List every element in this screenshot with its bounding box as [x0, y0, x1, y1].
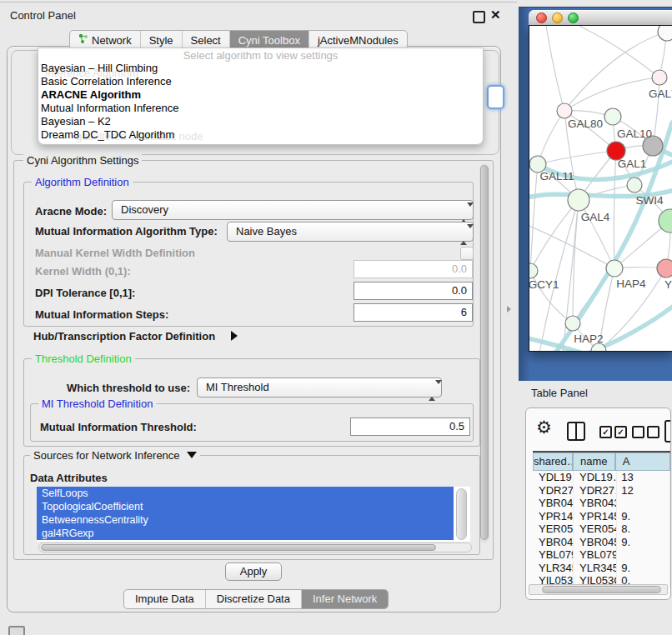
edge[interactable]	[538, 151, 616, 164]
which-threshold-combo[interactable]: MI Threshold	[197, 378, 442, 398]
node-label-gal7: GAL7	[649, 88, 672, 100]
column-header-2[interactable]: name	[573, 452, 615, 471]
table-cell: 9.	[617, 536, 670, 549]
unchecked-box-icon[interactable]	[632, 426, 644, 438]
tab-jactivemnodules[interactable]: jActiveMNodules	[308, 31, 407, 49]
unchecked-box-icon[interactable]	[647, 426, 659, 438]
hub-definition-label[interactable]: Hub/Transcription Factor Definition	[33, 330, 215, 342]
node-node-top[interactable]	[658, 26, 672, 41]
node-label-salmon-node: Y	[664, 278, 672, 291]
table-row[interactable]: YDL19…YDL19…13	[533, 471, 670, 484]
node-hap2[interactable]	[565, 316, 580, 331]
kernel-width-label: Kernel Width (0,1):	[35, 265, 131, 278]
settings-scrollbar-thumb[interactable]	[480, 165, 489, 540]
checked-box-icon[interactable]: ✓	[599, 426, 612, 438]
tab-style[interactable]: Style	[140, 31, 182, 49]
close-icon[interactable]: ✕	[490, 8, 501, 22]
node-salmon-node[interactable]	[657, 259, 672, 278]
edge[interactable]	[538, 111, 564, 164]
expand-arrow-icon[interactable]	[231, 331, 238, 341]
attributes-horizontal-scrollbar[interactable]	[38, 542, 472, 552]
minimize-traffic-light[interactable]	[552, 12, 563, 23]
tab-impute-data[interactable]: Impute Data	[124, 590, 205, 608]
manual-kernel-label: Manual Kernel Width Definition	[35, 247, 195, 259]
node-gcy1[interactable]	[529, 263, 538, 278]
table-row[interactable]: YDR27…YDR27…12	[533, 484, 670, 498]
which-threshold-label: Which threshold to use:	[67, 382, 190, 394]
table-row[interactable]: YBR043CYBR043C	[533, 497, 670, 510]
node-hap4[interactable]	[606, 260, 623, 277]
attribute-item-betweennesscentrality[interactable]: BetweennessCentrality	[37, 513, 454, 527]
sources-title-text: Sources for Network Inference	[33, 449, 180, 462]
tab-infer-network[interactable]: Infer Network	[301, 590, 388, 608]
control-panel-title: Control Panel	[10, 9, 76, 22]
attribute-item-selfloops[interactable]: SelfLoops	[37, 487, 454, 500]
table-row[interactable]: YLR345WYLR345W9.	[533, 562, 670, 575]
attribute-item-topologicalcoefficient[interactable]: TopologicalCoefficient	[37, 500, 454, 513]
table-row[interactable]: YBR045CYBR045C9.	[533, 536, 670, 549]
node-gal80[interactable]	[557, 103, 572, 118]
mi-steps-field[interactable]: 6	[354, 303, 473, 322]
splitter-handle-icon[interactable]	[507, 306, 511, 312]
mi-type-combo[interactable]: Naive Bayes	[227, 222, 474, 242]
mi-threshold-field[interactable]: 0.5	[350, 418, 470, 436]
node-gal4[interactable]	[568, 189, 589, 211]
close-traffic-light[interactable]	[536, 12, 547, 23]
apply-button[interactable]: Apply	[225, 562, 282, 581]
edge[interactable]	[530, 164, 538, 271]
edge[interactable]	[573, 200, 579, 323]
collapse-arrow-icon[interactable]	[187, 452, 197, 458]
tab-cyni-toolbox[interactable]: Cyni Toolbox	[229, 31, 308, 49]
focused-combo-fragment[interactable]	[487, 85, 504, 109]
edge[interactable]	[546, 26, 564, 111]
table-horizontal-scrollbar[interactable]	[529, 584, 668, 595]
sources-group-title[interactable]: Sources for Network Inference	[30, 449, 200, 462]
table-hscroll-thumb[interactable]	[542, 586, 661, 593]
zoom-traffic-light[interactable]	[568, 12, 579, 23]
algorithm-option-mutual-information-inference[interactable]: Mutual Information Inference	[38, 102, 483, 115]
edge[interactable]	[530, 200, 579, 271]
column-header-1[interactable]: shared…	[533, 452, 573, 471]
gear-icon[interactable]: ⚙	[536, 418, 552, 436]
attribute-item-gal4rgexp[interactable]: gal4RGexp	[37, 527, 454, 540]
edge[interactable]	[579, 26, 659, 78]
algorithm-option-bayesian-k2[interactable]: Bayesian – K2	[38, 115, 483, 128]
tab-select[interactable]: Select	[182, 31, 229, 49]
mi-type-label: Mutual Information Algorithm Type:	[35, 225, 218, 238]
edge[interactable]	[614, 151, 616, 268]
table-cell: YLR345W	[574, 562, 617, 575]
network-window-titlebar[interactable]	[529, 10, 672, 27]
checked-box-icon[interactable]: ✓	[614, 426, 627, 438]
manual-kernel-checkbox[interactable]	[460, 247, 474, 260]
node-gal7[interactable]	[652, 70, 667, 85]
node-gal10[interactable]	[604, 108, 621, 125]
table-row[interactable]: YBL079WYBL079W	[533, 548, 670, 562]
aracne-mode-combo[interactable]: Discovery	[112, 200, 474, 220]
kernel-width-field[interactable]: 0.0	[354, 260, 473, 278]
split-view-icon[interactable]	[567, 422, 585, 441]
dpi-tolerance-field[interactable]: 0.0	[354, 282, 473, 300]
tab-discretize-data[interactable]: Discretize Data	[205, 590, 301, 608]
float-window-icon[interactable]	[473, 11, 485, 23]
table-row[interactable]: YER054CYER054C8.	[533, 522, 670, 536]
algorithm-option-aracne-algorithm[interactable]: ARACNE Algorithm	[38, 88, 483, 102]
which-threshold-value: MI Threshold	[206, 381, 269, 393]
table-body: YDL19…YDL19…13YDR27…YDR27…12YBR043CYBR04…	[533, 471, 670, 588]
attributes-hscroll-thumb[interactable]	[41, 544, 436, 551]
node-swi4[interactable]	[627, 178, 642, 192]
settings-vertical-scrollbar[interactable]	[479, 163, 489, 543]
table-cell: YER054C	[533, 522, 574, 536]
attributes-vertical-scrollbar[interactable]	[456, 488, 467, 540]
document-icon[interactable]	[664, 420, 671, 442]
table-row[interactable]: YPR145WYPR145W9.	[533, 510, 670, 523]
minimized-panel-icon[interactable]	[8, 626, 25, 635]
table-cell: YBL079W	[533, 548, 574, 562]
column-header-3[interactable]: A	[615, 452, 670, 471]
mi-type-value: Naive Bayes	[236, 225, 297, 238]
algorithm-dropdown-popup: Inference Algorithm galFiltered.sif defa…	[38, 48, 484, 145]
tab-network[interactable]: Network	[70, 31, 140, 49]
cyni-bottom-tabs: Impute DataDiscretize DataInfer Network	[123, 589, 389, 609]
tab-label: Style	[149, 32, 173, 49]
table-cell: YBL079W	[574, 548, 617, 562]
network-canvas[interactable]: GAL7GAL80GAL10GAL1GAL11SWI4GAL4GCY1HAP4Y…	[529, 25, 672, 352]
